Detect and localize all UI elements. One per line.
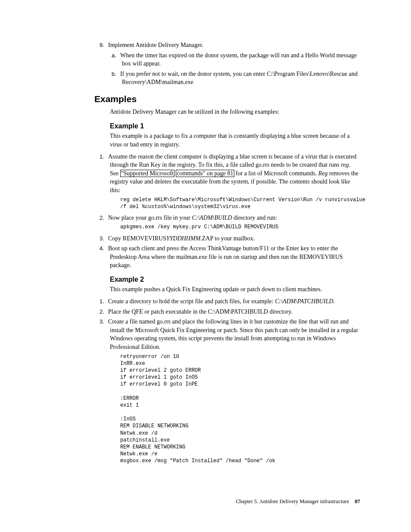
step-9: 9.Implement Antidote Delivery Manager. [110, 41, 359, 50]
ex2-s1-path: C:\ADM\PATCHBUILD [275, 298, 333, 305]
step-9b: b.If you prefer not to wait, on the dono… [122, 70, 359, 87]
step-9a-text: When the timer has expired on the donor … [120, 52, 357, 67]
step-9a: a.When the timer has expired on the dono… [122, 51, 359, 68]
ex1-s3-t1: Copy REMOVEVIRUS [108, 235, 166, 242]
list-number: 1. [100, 298, 108, 305]
ex2-step2: 2.Place the QFE or patch executable in t… [110, 308, 359, 316]
ex1-step2: 2.Now place your go.rrs file in your C:\… [110, 214, 359, 222]
ex1-s2-path: C:\ADM\BUILD [192, 215, 232, 221]
step-9-text: Implement Antidote Delivery Manager. [108, 42, 203, 48]
ex1-step1: 1.Assume the reason the client computer … [110, 152, 359, 195]
ex1-step4: 4.Boot up each client and press the Acce… [110, 244, 359, 270]
ex1-s2-t1: Now place your go.rrs file in your [108, 215, 192, 221]
list-number: 4. [100, 245, 108, 252]
example1-heading: Example 1 [110, 121, 359, 131]
page: 9.Implement Antidote Delivery Manager. a… [0, 0, 411, 532]
list-number: 1. [100, 153, 108, 161]
list-number: 2. [100, 308, 108, 316]
ex2-s1-t1: Create a directory to hold the script fi… [108, 298, 275, 305]
ex1-s3-yy: YYDDHHMM [166, 235, 200, 242]
ex1-s2-code: apkgmes.exe /key mykey.prv C:\ADM\BUILD … [120, 224, 359, 230]
list-number: 9. [100, 41, 108, 49]
ex1-s1-t3: for a list of Microsoft commands. [234, 170, 318, 177]
ex2-s3-code: retryonerror /on 10 InRR.exe if errorlev… [120, 353, 359, 465]
ex2-step3: 3.Create a file named go.rrs and place t… [110, 317, 359, 351]
link-supported-ms-2[interactable]: commands" on page 81 [176, 170, 234, 177]
footer-page-number: 87 [355, 498, 361, 504]
list-number: 3. [100, 318, 108, 326]
ex1-s1-reg2: Reg [318, 170, 328, 177]
ex1-s4-text: Boot up each client and press the Access… [108, 245, 343, 268]
ex2-s2-text: Place the QFE or patch executable in the… [108, 308, 293, 315]
ex2-s3-text: Create a file named go.rrs and place the… [108, 318, 358, 350]
examples-heading: Examples [94, 93, 359, 105]
page-footer: Chapter 5. Antidote Delivery Manager inf… [236, 498, 360, 506]
example1-intro: This example is a package to fix a compu… [110, 132, 359, 149]
ex2-s1-t2: . [333, 298, 335, 305]
step-9b-text: If you prefer not to wait, on the donor … [120, 71, 358, 86]
link-supported-ms-1[interactable]: "Supported Microsoft [120, 170, 174, 177]
example2-heading: Example 2 [110, 275, 359, 284]
ex1-s2-t2: directory and run: [232, 215, 277, 221]
example2-intro: This example pushes a Quick Fix Engineer… [110, 285, 359, 294]
ex1-step3: 3.Copy REMOVEVIRUSYYDDHHMM.ZAP to your m… [110, 234, 359, 243]
list-number: 3. [100, 235, 108, 243]
list-letter: a. [112, 52, 120, 59]
ex1-s3-t2: .ZAP to your mailbox. [200, 235, 255, 242]
examples-intro: Antidote Delivery Manager can be utilize… [110, 108, 359, 116]
ex1-s1-reg: reg [341, 162, 349, 168]
list-number: 2. [100, 214, 108, 222]
ex1-s1-code: reg delete HKLM\Software\Microsoft\Windo… [120, 196, 359, 210]
footer-chapter: Chapter 5. Antidote Delivery Manager inf… [236, 498, 349, 504]
list-letter: b. [112, 70, 120, 78]
ex2-step1: 1.Create a directory to hold the script … [110, 297, 359, 306]
ex1-s1-t1: Assume the reason the client computer is… [108, 153, 356, 168]
